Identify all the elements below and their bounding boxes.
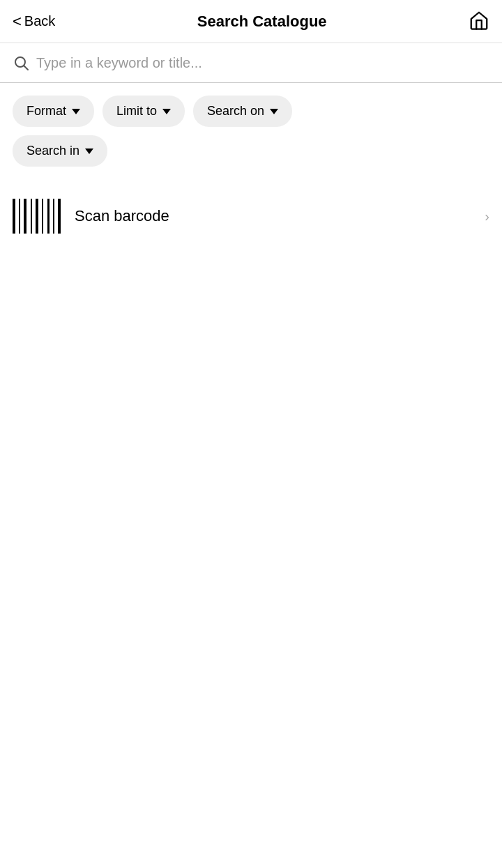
format-filter-label: Format <box>26 104 66 119</box>
search-input[interactable] <box>36 55 489 71</box>
back-button[interactable]: < Back <box>13 13 55 29</box>
search-bar-container <box>0 43 502 83</box>
limit-to-dropdown-arrow-icon <box>162 109 171 114</box>
search-on-dropdown-arrow-icon <box>270 109 278 114</box>
format-dropdown-arrow-icon <box>72 109 80 114</box>
svg-line-1 <box>24 66 29 70</box>
page-title: Search Catalogue <box>55 13 469 31</box>
search-in-filter-button[interactable]: Search in <box>13 135 107 167</box>
limit-to-filter-label: Limit to <box>116 104 157 119</box>
home-icon <box>469 10 489 31</box>
filter-row-2: Search in <box>0 135 502 179</box>
search-bar <box>13 54 489 71</box>
scan-barcode-label: Scan barcode <box>75 207 471 225</box>
search-in-filter-label: Search in <box>26 144 79 158</box>
search-icon <box>13 54 29 71</box>
filter-row-1: Format Limit to Search on <box>0 83 502 135</box>
scan-barcode-row[interactable]: Scan barcode › <box>0 179 502 253</box>
back-label: Back <box>24 13 55 29</box>
chevron-right-icon: › <box>485 208 489 224</box>
search-on-filter-button[interactable]: Search on <box>193 96 292 127</box>
format-filter-button[interactable]: Format <box>13 96 94 127</box>
barcode-icon <box>13 199 61 234</box>
search-in-dropdown-arrow-icon <box>85 149 93 154</box>
search-on-filter-label: Search on <box>207 104 264 119</box>
app-header: < Back Search Catalogue <box>0 0 502 43</box>
chevron-left-icon: < <box>13 14 22 29</box>
home-button[interactable] <box>469 10 489 33</box>
limit-to-filter-button[interactable]: Limit to <box>102 96 185 127</box>
